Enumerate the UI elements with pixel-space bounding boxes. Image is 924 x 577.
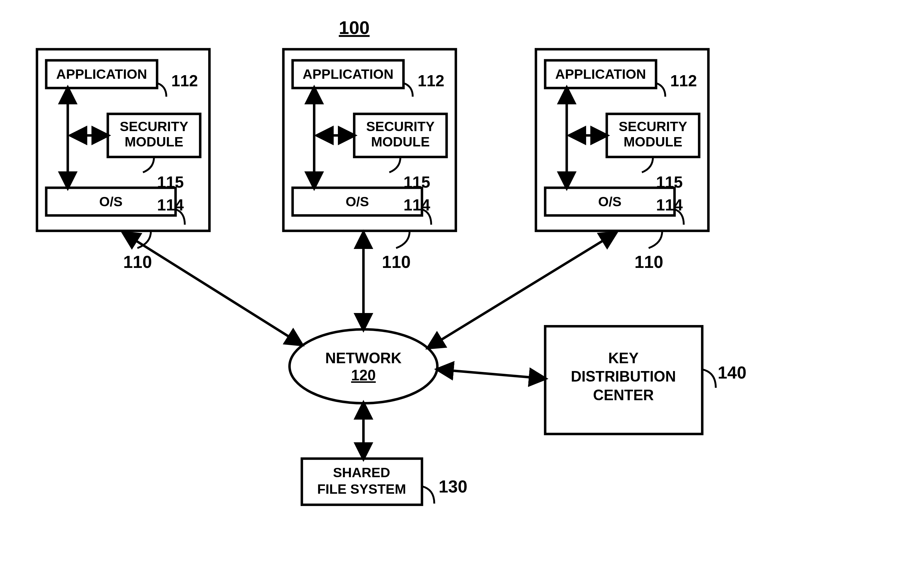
security-module-label-1: SECURITY (366, 119, 435, 134)
ref-os: 114 (656, 196, 683, 214)
network-label: NETWORK (325, 350, 402, 366)
ref-client-3: 110 (635, 252, 664, 271)
shared-fs-label-1: SHARED (333, 465, 390, 480)
network-ref: 120 (351, 367, 376, 384)
link-client3-network (428, 233, 616, 348)
ref-application: 112 (670, 72, 697, 90)
ref-application: 112 (418, 72, 444, 90)
kdc-box: KEY DISTRIBUTION CENTER (545, 326, 702, 434)
ref-application: 112 (171, 72, 198, 90)
link-client1-network (123, 233, 302, 345)
ref-kdc: 140 (717, 363, 746, 382)
os-label: O/S (346, 194, 369, 209)
os-label: O/S (598, 194, 622, 209)
diagram-canvas: 100 APPLICATION SECURITY MODULE O/S 112 … (0, 0, 924, 577)
security-module-label-2: MODULE (371, 134, 430, 150)
figure-ref: 100 (339, 17, 370, 38)
kdc-label-1: KEY (608, 350, 638, 366)
ref-security-module: 115 (404, 173, 430, 191)
ref-shared-fs: 130 (439, 477, 468, 496)
ref-security-module: 115 (157, 173, 184, 191)
shared-fs-box: SHARED FILE SYSTEM (302, 459, 422, 505)
client-box-3: APPLICATION SECURITY MODULE O/S 112 115 … (536, 49, 708, 231)
client-box-2: APPLICATION SECURITY MODULE O/S 112 115 … (283, 49, 456, 231)
security-module-label-1: SECURITY (120, 119, 188, 134)
security-module-label-1: SECURITY (619, 119, 687, 134)
application-label: APPLICATION (56, 66, 147, 82)
security-module-label-2: MODULE (624, 134, 682, 150)
ref-os: 114 (404, 196, 430, 214)
ref-client-2: 110 (382, 252, 411, 271)
network-node (289, 329, 437, 403)
ref-os: 114 (157, 196, 184, 214)
application-label: APPLICATION (555, 66, 646, 82)
kdc-label-3: CENTER (593, 387, 654, 403)
shared-fs-label-2: FILE SYSTEM (317, 481, 406, 497)
link-network-kdc (438, 369, 545, 379)
os-label: O/S (99, 194, 123, 209)
application-label: APPLICATION (303, 66, 394, 82)
kdc-label-2: DISTRIBUTION (571, 368, 676, 385)
ref-security-module: 115 (656, 173, 683, 191)
client-box-1: APPLICATION SECURITY MODULE O/S 112 115 … (37, 49, 209, 231)
ref-client-1: 110 (123, 252, 152, 271)
security-module-label-2: MODULE (124, 134, 183, 150)
